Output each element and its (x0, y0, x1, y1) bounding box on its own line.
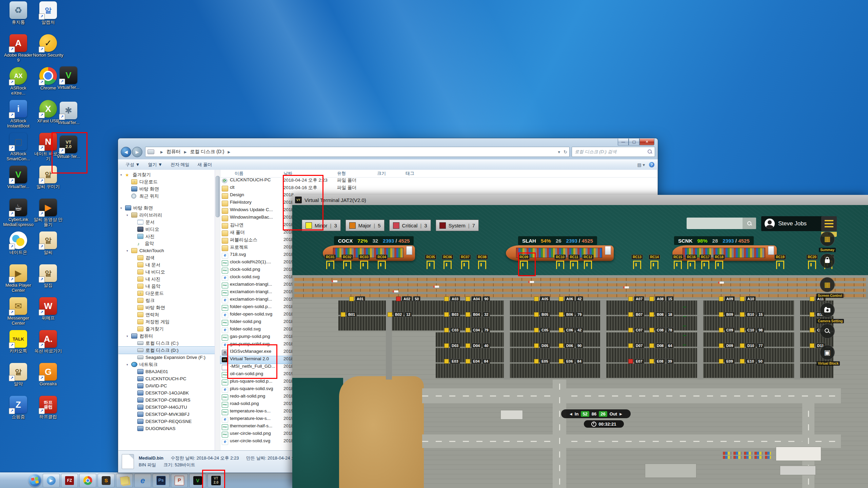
quay-crane[interactable]: RC01 (323, 253, 337, 269)
yard-block[interactable]: A08 15 (649, 296, 674, 302)
yard-block[interactable]: E08 39 (649, 359, 674, 364)
quay-crane[interactable]: RC04 (375, 253, 389, 269)
desktop-icon[interactable]: 알↗ 알씨 꾸미기 (33, 166, 64, 199)
expander-icon[interactable]: ▾ (126, 249, 131, 252)
desktop-icon[interactable]: 알↗ 알씨 (33, 231, 64, 264)
taskbar-button[interactable]: VT 2.0 (208, 474, 224, 487)
yard-block[interactable]: D09 (719, 343, 735, 348)
yard-block[interactable]: A05 (534, 296, 550, 302)
tree-item[interactable]: 연락처 (118, 311, 220, 318)
yard-block[interactable]: B03 (444, 312, 460, 317)
yard-block[interactable]: B05 (534, 312, 550, 317)
desktop-icon[interactable]: ☕↗ CyberLink MediaEspresso (3, 199, 34, 231)
map-tool-button[interactable] (816, 324, 838, 339)
expander-icon[interactable]: ▾ (120, 173, 125, 177)
desktop-icon[interactable]: W↗ 위메프 (33, 297, 64, 330)
address-bar[interactable]: ▶ 컴퓨터 ▶ 로컬 디스크 (D:) ▶ ▾↻ (145, 147, 570, 157)
tree-item[interactable]: CLICKNTOUCH-PC (118, 375, 220, 382)
yard-block[interactable]: B10 15 (740, 312, 764, 317)
toolbar-button[interactable]: 새 폴더 (194, 160, 216, 169)
quay-crane[interactable]: RC19 (773, 253, 787, 269)
yard-block[interactable]: A07 (628, 296, 644, 302)
yard-block[interactable]: B04 32 (466, 312, 490, 317)
right-arrow-icon[interactable]: ▶ (619, 412, 622, 416)
quay-crane[interactable]: RC17 (698, 253, 712, 269)
quay-crane[interactable]: RC08 (475, 253, 489, 269)
tree-item[interactable]: 바탕 화면 (118, 304, 220, 311)
column-header[interactable]: 크기 (377, 170, 386, 177)
quay-crane[interactable]: RC06 (441, 253, 454, 269)
quay-crane[interactable]: RC13 (630, 253, 644, 269)
alarm-filter-button[interactable]: Major | 5 (346, 220, 384, 231)
tree-item[interactable]: DESKTOP-C9EBURS (118, 396, 220, 404)
quay-crane[interactable]: RC16 (685, 253, 698, 269)
yard-block[interactable]: C07 (628, 327, 644, 333)
tree-item[interactable]: 내 비디오 (118, 268, 220, 276)
tree-item[interactable]: ▾ 즐겨찾기 (118, 171, 220, 178)
tree-item[interactable]: ▾ 컴퓨터 (118, 332, 220, 340)
left-arrow-icon[interactable]: ◀ (570, 412, 572, 416)
desktop-icon[interactable]: Z↗ 쇼핑줌 (3, 396, 34, 429)
taskbar-button[interactable]: ▶ (43, 474, 60, 487)
breadcrumb-local-disk-d[interactable]: 로컬 디스크 (D:) (190, 149, 224, 155)
ship-info-bar[interactable]: COCX 72% 32 2393 / 4525 (334, 236, 414, 245)
yard-block[interactable]: A09 (719, 296, 735, 302)
yard-block[interactable]: B08 18 (649, 312, 674, 317)
ship-info-bar[interactable]: SLAH 54% 26 2393 / 4525 (518, 236, 597, 245)
map-tool-button[interactable]: Summay (816, 231, 838, 252)
yard-block[interactable]: A02 50 (396, 296, 420, 302)
expander-icon[interactable]: ▾ (120, 206, 125, 210)
desktop-icon[interactable]: ▶↗ 알씨 동영상 만들기 (33, 199, 64, 231)
yard-block[interactable]: E06 84 (559, 359, 583, 364)
yard-block[interactable]: E07 (628, 359, 644, 364)
yard-block[interactable]: D07 (628, 343, 644, 348)
desktop-icon[interactable]: ✱↗ VirtualTer... (53, 102, 84, 135)
vt-search-button[interactable] (743, 218, 756, 229)
yard-block[interactable]: D08 64 (649, 343, 674, 348)
desktop-icon[interactable]: ▢↗ ASRock SmartCon... (3, 133, 34, 166)
tree-item[interactable]: Seagate Expansion Drive (F:) (118, 354, 220, 361)
back-button[interactable]: ◀ (121, 147, 131, 157)
column-header[interactable]: 태그 (406, 170, 414, 177)
quay-crane[interactable]: RC14 (648, 253, 661, 269)
yard-block[interactable]: D04 40 (466, 343, 490, 348)
yard-block[interactable]: D06 90 (559, 343, 583, 348)
quay-crane[interactable]: RC02 (340, 253, 354, 269)
yard-block[interactable]: E10 50 (740, 359, 764, 364)
yard-block[interactable]: C05 (534, 327, 550, 333)
desktop-icon[interactable]: ✓↗ Norton Security (33, 34, 64, 67)
desktop-icon[interactable]: ↗ 네이트온 (3, 231, 34, 264)
taskbar-button[interactable]: Ps (153, 474, 170, 487)
yard-block[interactable]: E05 (534, 359, 550, 364)
tree-item[interactable]: 내 사진 (118, 276, 220, 283)
tree-item[interactable]: 문서 (118, 219, 220, 226)
quay-crane[interactable]: RC12 (581, 253, 595, 269)
user-menu[interactable]: Steve Jobs (761, 216, 824, 231)
desktop-icon[interactable]: V↗ VirtualTer... (3, 166, 34, 199)
yard-block[interactable]: C04 79 (466, 327, 490, 333)
vt-search-input[interactable] (687, 218, 756, 229)
desktop-icon[interactable]: VT 2.0↗ Virtual-Ter... (53, 136, 84, 168)
tree-item[interactable]: 음악 (118, 240, 220, 247)
yard-block[interactable]: D03 (444, 343, 460, 348)
breadcrumb-computer[interactable]: 컴퓨터 (166, 149, 181, 155)
tree-item[interactable]: 즐겨찾기 (118, 325, 220, 332)
map-tool-button[interactable] (816, 253, 838, 268)
file-row[interactable]: clt 2018-04-16 오후 파일 폴더 (220, 185, 657, 192)
yard-block[interactable]: E03 (444, 359, 460, 364)
tree-item[interactable]: DESKTOP-MVK3BFJ (118, 411, 220, 418)
refresh-icon[interactable]: ↻ (564, 149, 567, 155)
close-button[interactable]: ✕ (639, 139, 654, 145)
yard-block[interactable]: A10 (740, 296, 756, 302)
taskbar-button[interactable]: S (98, 474, 115, 487)
view-options-icon[interactable]: ▤ ▾ (637, 162, 645, 167)
alarm-filter-button[interactable]: Minor | 3 (302, 220, 341, 231)
tree-item[interactable]: 바탕 화면 (118, 185, 220, 192)
tree-item[interactable]: DESKTOP-I44GJTU (118, 404, 220, 411)
alarm-filter-button[interactable]: System | 7 (436, 220, 479, 231)
yard-block[interactable]: B01 (341, 312, 357, 317)
yard-block[interactable]: E04 84 (466, 359, 490, 364)
desktop-icon[interactable]: ✉↗ Messenger Center (3, 297, 34, 330)
desktop-icon[interactable]: 알↗ 알약 (3, 363, 34, 396)
desktop-icon[interactable]: V↗ VirtualTer... (53, 66, 84, 99)
